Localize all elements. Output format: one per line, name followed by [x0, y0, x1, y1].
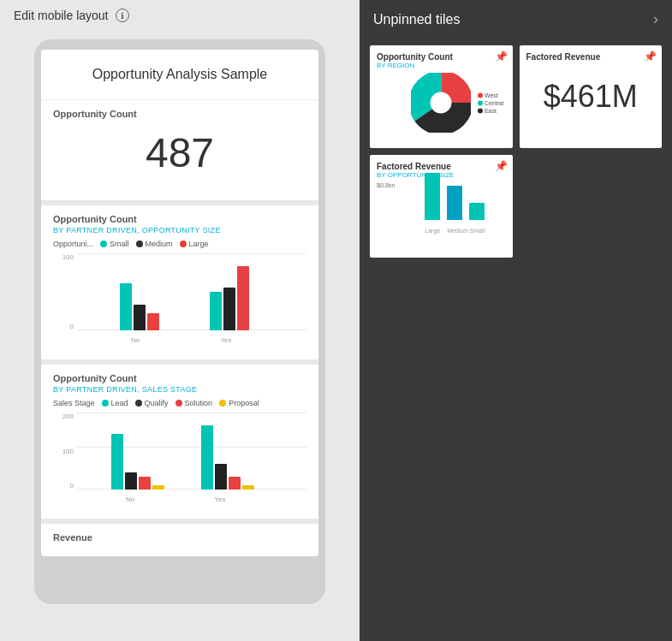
small-bar-chart: $0.2bn $0.0bn Large	[377, 182, 506, 234]
sales-bar-group-yes	[201, 425, 254, 490]
sales-bar-proposal-yes	[242, 485, 254, 490]
unpinned-tile-opp-region[interactable]: Opportunity Count BY REGION 📌 West	[370, 45, 513, 148]
pie-legend-east-dot	[478, 108, 483, 113]
pie-legend-east: East	[478, 108, 504, 114]
legend-proposal-label: Proposal	[229, 399, 259, 407]
tile-subtitle-opp-sales: BY PARTNER DRIVEN, SALES STAGE	[53, 385, 306, 394]
chart-plot-opp: No Yes	[77, 253, 306, 347]
legend-proposal-dot	[219, 400, 226, 407]
bar-medium-yes	[223, 288, 235, 330]
y-label-100: 100	[62, 253, 74, 261]
left-panel: Edit mobile layout ℹ Opportunity Analysi…	[0, 0, 360, 641]
pin-icon-factored-size[interactable]: 📌	[495, 160, 508, 172]
unpinned-tile-factored-revenue[interactable]: Factored Revenue 📌 $461M	[520, 45, 663, 148]
legend-medium-dot	[136, 240, 143, 247]
unpinned-tiles-title: Unpinned tiles	[373, 12, 460, 27]
tile-title-opp-count: Opportunity Count	[53, 109, 306, 119]
legend-large-label: Large	[189, 240, 209, 248]
grid-line-top	[77, 253, 306, 254]
unpinned-tile-factored-revenue-title: Factored Revenue	[526, 52, 656, 62]
pin-icon-factored-revenue[interactable]: 📌	[644, 50, 657, 62]
legend-medium-label: Medium	[146, 240, 173, 248]
y-label-0: 0	[70, 323, 74, 330]
y-label-0-sales: 0	[70, 482, 74, 490]
bar-group-yes	[210, 266, 249, 330]
legend-proposal: Proposal	[219, 399, 259, 407]
phone-screen: Opportunity Analysis Sample Opportunity …	[41, 50, 318, 556]
y-label-200: 200	[62, 412, 74, 420]
bar-chart-opp: 100 0	[53, 253, 306, 347]
unpinned-tile-factored-size-title: Factored Revenue	[377, 162, 506, 171]
chart-plot-sales: No Yes	[77, 412, 306, 507]
legend-small: Small	[100, 240, 129, 248]
x-label-yes-sales: Yes	[214, 496, 225, 503]
unpinned-grid: Opportunity Count BY REGION 📌 West	[360, 39, 672, 264]
tile-title-opp-bar: Opportunity Count	[53, 214, 306, 224]
pie-legend-west-label: West	[485, 92, 498, 98]
bar-small-rect	[469, 203, 485, 220]
sales-bar-solution-yes	[229, 477, 241, 490]
pin-icon-opp-region[interactable]: 📌	[495, 50, 508, 62]
pie-legend-west: West	[478, 92, 504, 98]
info-icon[interactable]: ℹ	[116, 9, 129, 22]
small-bar-large	[425, 173, 440, 220]
legend-sales-stage: Sales Stage	[53, 399, 95, 407]
pie-chart-region: West Central East	[377, 73, 506, 133]
grid-line-top-sales	[77, 412, 306, 413]
pie-svg	[411, 73, 471, 133]
report-title-card: Opportunity Analysis Sample	[41, 50, 318, 100]
tile-title-opp-sales: Opportunity Count	[53, 373, 306, 383]
legend-solution-dot	[175, 400, 182, 407]
pie-legend-central: Central	[478, 100, 504, 106]
tile-subtitle-opp-bar: BY PARTNER DRIVEN, OPPORTUNITY SIZE	[53, 226, 306, 234]
bar-chart-sales: 200 100 0	[53, 412, 306, 507]
legend-lead-dot	[102, 400, 109, 407]
sales-bar-proposal-no	[152, 485, 164, 490]
pie-legend-central-dot	[478, 100, 483, 105]
phone-frame: Opportunity Analysis Sample Opportunity …	[34, 39, 325, 604]
sales-bar-qualify-yes	[215, 464, 227, 490]
legend-solution-label: Solution	[185, 399, 213, 407]
unpinned-tile-opp-region-subtitle: BY REGION	[377, 62, 506, 69]
factored-revenue-value: $461M	[526, 62, 656, 123]
tile-opp-sales[interactable]: Opportunity Count BY PARTNER DRIVEN, SAL…	[41, 365, 318, 524]
phone-container: Opportunity Analysis Sample Opportunity …	[0, 31, 360, 641]
unpinned-tile-factored-size[interactable]: Factored Revenue BY OPPORTUNITY SIZE 📌 $…	[370, 155, 513, 258]
small-bar-medium	[447, 186, 462, 220]
bar-small-yes	[210, 292, 222, 330]
sales-bar-lead-yes	[201, 425, 213, 490]
sales-bar-lead-no	[111, 434, 123, 490]
tile-title-revenue: Revenue	[53, 532, 306, 543]
report-title: Opportunity Analysis Sample	[58, 67, 301, 82]
legend-solution: Solution	[175, 399, 213, 407]
right-header: Unpinned tiles ›	[360, 0, 672, 39]
bar-group-no	[120, 283, 159, 330]
chevron-right-icon[interactable]: ›	[653, 10, 658, 28]
tile-opp-count-bar[interactable]: Opportunity Count BY PARTNER DRIVEN, OPP…	[41, 205, 318, 365]
edit-mobile-layout-title: Edit mobile layout	[14, 9, 109, 22]
opp-count-value: 487	[53, 121, 306, 188]
legend-opp-sales: Sales Stage Lead Qualify Solution	[53, 399, 306, 407]
tile-opp-count-number[interactable]: Opportunity Count 487	[41, 100, 318, 205]
bar-small-xlabel: Small	[469, 228, 485, 234]
pie-legend-east-label: East	[485, 108, 497, 114]
y-label-100-sales: 100	[62, 448, 74, 455]
bar-small-no	[120, 283, 132, 330]
tile-revenue[interactable]: Revenue	[41, 524, 318, 556]
bar-medium-rect	[447, 186, 462, 220]
legend-qualify-dot	[135, 400, 142, 407]
legend-opp-bar: Opportuni... Small Medium Large	[53, 240, 306, 248]
bar-large-yes	[237, 266, 249, 330]
legend-qualify: Qualify	[135, 399, 169, 407]
bar-large-no	[147, 313, 159, 330]
x-label-no-sales: No	[126, 496, 134, 503]
pie-legend-central-label: Central	[485, 100, 504, 106]
pie-legend-west-dot	[478, 92, 483, 98]
legend-sales-stage-label: Sales Stage	[53, 399, 95, 407]
sales-bar-solution-no	[139, 477, 151, 490]
legend-lead-label: Lead	[111, 399, 128, 407]
legend-medium: Medium	[136, 240, 173, 248]
legend-opportuni: Opportuni...	[53, 240, 93, 248]
legend-small-dot	[100, 240, 107, 247]
small-y-label-bottom: $0.0bn	[377, 182, 395, 188]
